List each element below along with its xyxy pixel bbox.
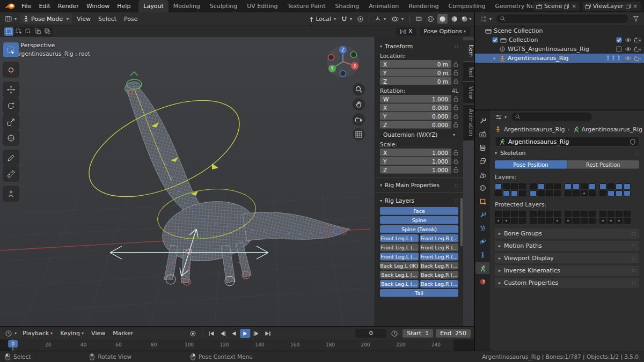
lock-icon[interactable] — [453, 167, 458, 173]
rig-layer-button-6-front-leg-r[interactable]: Front Leg.R (... — [420, 243, 459, 252]
outliner-search-input[interactable] — [496, 14, 628, 23]
tool-scale-button[interactable] — [3, 114, 19, 129]
location-y-field[interactable]: Y0 m — [380, 69, 451, 77]
workspace-tab-compositing[interactable]: Compositing — [444, 0, 491, 12]
camera-view-button[interactable] — [353, 113, 365, 125]
properties-tab-scene[interactable] — [475, 168, 489, 180]
protected-layer-toggle[interactable] — [519, 218, 526, 224]
pose-icon[interactable] — [606, 55, 622, 61]
armature-layer-toggle[interactable] — [495, 190, 502, 196]
new-viewlayer-icon[interactable] — [626, 4, 631, 9]
datablock-name-field[interactable]: Argentinosaurus_Rig — [495, 137, 639, 146]
lock-icon[interactable] — [453, 105, 458, 110]
protected-layer-toggle[interactable] — [589, 211, 596, 217]
rotation-mode-dropdown[interactable]: Quaternion (WXYZ)▾ — [380, 130, 458, 139]
panel-custom-properties[interactable]: ▸Custom Properties∷ — [495, 278, 639, 288]
tool-measure-button[interactable] — [3, 166, 19, 181]
properties-tab-constraints[interactable] — [475, 249, 489, 261]
armature-layer-toggle[interactable] — [581, 183, 588, 189]
rig-layer-button-8-front-leg-r[interactable]: Front Leg.R (... — [420, 253, 459, 261]
eye-icon[interactable] — [625, 47, 632, 51]
armature-layer-toggle[interactable] — [530, 183, 537, 189]
menu-window[interactable]: Window — [83, 0, 113, 12]
outliner-row-collection[interactable]: Collection — [475, 35, 644, 45]
scrollbar[interactable] — [460, 198, 463, 246]
camera-icon[interactable] — [634, 56, 641, 61]
protected-layer-toggle[interactable] — [616, 218, 623, 224]
rig-layer-button-7-front-leg-l[interactable]: Front Leg.L (... — [380, 253, 419, 261]
rotation-w-field[interactable]: W1.000 — [380, 95, 451, 103]
properties-tab-particles[interactable] — [475, 222, 489, 234]
armature-layer-toggle[interactable] — [581, 190, 588, 196]
breadcrumb-object[interactable]: Argentinosaurus_Rig — [504, 126, 565, 133]
protected-layer-toggle[interactable] — [519, 211, 526, 217]
shading-material-button[interactable] — [449, 14, 459, 24]
protected-layer-toggle[interactable] — [608, 218, 614, 224]
auto-key-toggle[interactable] — [188, 329, 198, 338]
rotation-y-field[interactable]: Y0.000 — [380, 112, 451, 120]
playback-jump-start-button[interactable] — [206, 329, 216, 338]
protected-layer-toggle[interactable] — [573, 211, 580, 217]
protected-layer-toggle[interactable] — [624, 211, 631, 217]
timeline-ruler[interactable]: 0 020406080100120140160180200220240 — [0, 339, 474, 351]
protected-layer-toggle[interactable] — [608, 211, 614, 217]
armature-layer-toggle[interactable] — [565, 190, 572, 196]
workspace-tab-rendering[interactable]: Rendering — [404, 0, 443, 12]
viewport-menu-select[interactable]: Select — [94, 12, 120, 25]
panel-bone-groups[interactable]: ▸Bone Groups∷ — [495, 228, 639, 239]
workspace-tab-animation[interactable]: Animation — [364, 0, 404, 12]
scale-z-field[interactable]: Z1.000 — [380, 166, 451, 174]
editor-type-button[interactable]: ▾ — [3, 14, 19, 24]
playback-next-keyframe-button[interactable] — [251, 329, 261, 338]
armature-layer-toggle[interactable] — [503, 183, 510, 189]
npanel-tab-view[interactable]: View — [463, 82, 474, 104]
shading-solid-button[interactable] — [437, 14, 448, 24]
scale-x-field[interactable]: X1.000 — [380, 149, 451, 157]
breadcrumb-data[interactable]: Argentinosaurus_Rig — [582, 126, 643, 133]
properties-editor-type-button[interactable]: ▾ — [493, 112, 509, 122]
rig-layer-button-5-front-leg-l[interactable]: Front Leg.L (... — [380, 243, 419, 252]
armature-layer-toggle[interactable] — [589, 190, 596, 196]
protected-layer-toggle[interactable] — [589, 218, 596, 224]
armature-layer-toggle[interactable] — [616, 183, 623, 189]
panel-motion-paths[interactable]: ▸Motion Paths∷ — [495, 241, 639, 251]
transform-panel-header[interactable]: ▾Transform∷ — [380, 42, 458, 50]
tool-move-button[interactable] — [3, 82, 19, 97]
timeline-menu-view[interactable]: View — [87, 327, 109, 339]
ortho-toggle-button[interactable] — [353, 128, 365, 141]
properties-tab-tool[interactable] — [475, 115, 489, 127]
viewport-menu-pose[interactable]: Pose — [120, 12, 141, 25]
armature-layer-toggle[interactable] — [565, 183, 572, 189]
workspace-tab-geometry-noc[interactable]: Geometry Noc — [490, 0, 533, 12]
protected-layer-toggle[interactable] — [495, 218, 502, 224]
armature-layer-toggle[interactable] — [538, 190, 545, 196]
show-gizmo-toggle[interactable]: ▾ — [372, 14, 388, 24]
rig-layer-button-12-back-leg-r[interactable]: Back Leg.R (... — [420, 271, 459, 279]
protected-layer-toggle[interactable] — [503, 211, 510, 217]
rig-layer-button-13-back-leg-l[interactable]: Back Leg.L (... — [380, 280, 419, 288]
armature-layer-toggle[interactable] — [519, 183, 526, 189]
armature-layer-toggle[interactable] — [573, 183, 580, 189]
playback-prev-keyframe-button[interactable] — [217, 329, 228, 338]
mirror-x-toggle[interactable]: X — [396, 27, 416, 36]
properties-tab-physics[interactable] — [475, 235, 489, 247]
pose-options-dropdown[interactable]: Pose Options ▾ — [420, 27, 470, 36]
rig-layer-button-14-back-leg-r[interactable]: Back Leg.R (... — [420, 280, 459, 288]
checkbox-checked-icon[interactable] — [616, 37, 622, 43]
properties-search-input[interactable] — [511, 113, 592, 121]
rig-layer-button-1-spine[interactable]: Spine — [380, 216, 458, 224]
armature-layer-toggle[interactable] — [519, 190, 526, 196]
playback-jump-end-button[interactable] — [262, 329, 273, 338]
rotation-x-field[interactable]: X0.000 — [380, 104, 451, 112]
start-frame-field[interactable]: Start1 — [402, 329, 433, 338]
overlays-toggle[interactable]: ▾ — [390, 14, 406, 24]
select-mode-invert[interactable] — [33, 27, 42, 36]
protected-layer-toggle[interactable] — [624, 218, 631, 224]
workspace-tab-modeling[interactable]: Modeling — [169, 0, 205, 12]
properties-tab-render[interactable] — [475, 128, 489, 140]
location-z-field[interactable]: Z0 m — [380, 77, 451, 85]
skeleton-panel-header[interactable]: ▾ Skeleton ∷ — [495, 148, 639, 158]
armature-layer-toggle[interactable] — [546, 190, 553, 196]
tool-annotate-button[interactable] — [3, 150, 19, 165]
navigation-gizmo[interactable]: Z X Y — [326, 45, 360, 79]
